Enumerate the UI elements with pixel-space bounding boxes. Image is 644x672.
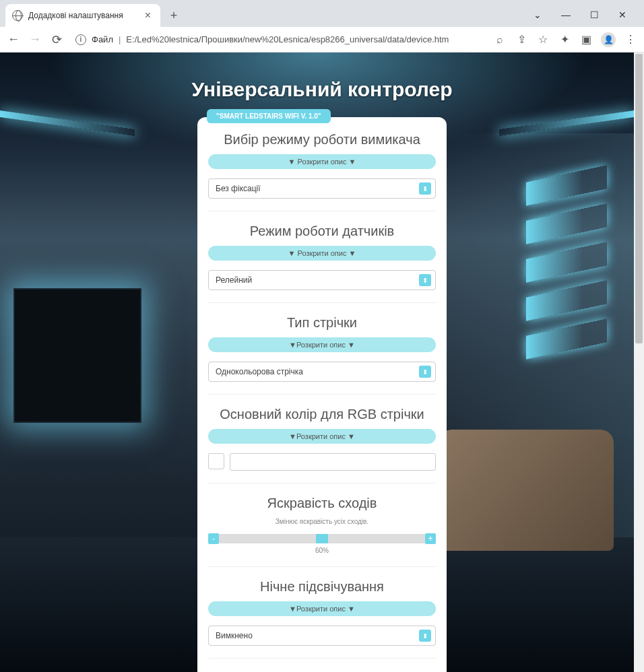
chevron-down-icon[interactable]: ⌄ [529,9,546,20]
menu-icon[interactable]: ⋮ [624,33,637,46]
dropdown-arrow-icon: ⬍ [419,182,431,195]
dropdown-arrow-icon: ⬍ [419,274,431,286]
select-value: Вимкнено [216,631,253,640]
select-value: Однокольорова стрічка [216,367,303,376]
slider-minus-button[interactable]: - [208,533,219,544]
expand-button[interactable]: ▼ Розкрити опис ▼ [208,154,436,169]
dropdown-arrow-icon: ⬍ [419,366,431,378]
section-title: Яскравість сходів [208,496,436,511]
section-title: Режим роботи датчиків [208,224,436,239]
scrollbar-thumb[interactable] [635,54,643,343]
select-value: Релейний [216,275,252,285]
color-swatch[interactable] [208,453,224,469]
back-button[interactable]: ← [7,32,20,46]
section-strip-type: Тип стрічки ▼Розкрити опис ▼ Однокольоро… [208,315,436,395]
scrollbar[interactable] [634,53,644,672]
color-input[interactable] [230,453,436,471]
expand-button[interactable]: ▼ Розкрити опис ▼ [208,246,436,261]
section-switch-mode: Вибір режиму роботи вимикача ▼ Розкрити … [208,132,436,211]
close-window-button[interactable]: ✕ [614,9,631,20]
url-scheme-label: Файл [92,34,113,44]
profile-avatar[interactable]: 👤 [601,32,616,47]
address-bar[interactable]: i Файл | E:/Led%20lestnica/Прошивки/new%… [71,34,485,45]
forward-button[interactable]: → [28,32,42,46]
section-title: Тип стрічки [208,315,436,331]
maximize-button[interactable]: ☐ [586,9,602,20]
bookmark-icon[interactable]: ☆ [536,33,550,46]
section-rgb-color: Основний колір для RGB стрічки ▼Розкрити… [208,407,436,483]
sensor-mode-select[interactable]: Релейний ⬍ [208,270,436,290]
browser-tab[interactable]: Додадкові налаштування × [5,4,160,27]
settings-card: "SMART LEDSTAIRS WIFI V. 1.0" Вибір режи… [197,117,447,672]
section-title: Вибір режиму роботи вимикача [208,132,436,147]
url-text: E:/Led%20lestnica/Прошивки/new%20Lesnica… [126,34,481,44]
section-night-light: Нічне підсвічування ▼Розкрити опис ▼ Вим… [208,579,436,659]
page-viewport: Універсальний контролер "SMART LEDSTAIRS… [0,53,644,672]
night-light-select[interactable]: Вимкнено ⬍ [208,626,436,646]
slider-value: 60% [208,547,436,554]
browser-toolbar: ← → ⟳ i Файл | E:/Led%20lestnica/Прошивк… [0,27,644,53]
info-icon[interactable]: i [75,34,86,45]
minimize-button[interactable]: — [558,9,574,20]
globe-icon [12,10,23,21]
close-tab-icon[interactable]: × [142,9,154,22]
slider-plus-button[interactable]: + [425,533,436,544]
strip-type-select[interactable]: Однокольорова стрічка ⬍ [208,362,436,382]
reload-button[interactable]: ⟳ [50,32,63,47]
brightness-slider[interactable]: - + [208,533,436,544]
share-icon[interactable]: ⇪ [515,33,528,46]
section-sensor-mode: Режим роботи датчиків ▼ Розкрити опис ▼ … [208,224,436,303]
section-brightness: Яскравість сходів Змінює яскравість усіх… [208,496,436,567]
new-tab-button[interactable]: + [164,6,183,25]
expand-button[interactable]: ▼Розкрити опис ▼ [208,337,436,352]
expand-button[interactable]: ▼Розкрити опис ▼ [208,601,436,616]
browser-titlebar: Додадкові налаштування × + ⌄ — ☐ ✕ [0,0,644,27]
section-subtitle: Змінює яскравість усіх сходів. [208,518,436,525]
extensions-icon[interactable]: ✦ [558,33,571,46]
page-title: Універсальний контролер [0,53,644,117]
tab-title: Додадкові налаштування [28,11,137,20]
version-badge: "SMART LEDSTAIRS WIFI V. 1.0" [207,109,331,123]
switch-mode-select[interactable]: Без фіксації ⬍ [208,178,436,199]
sidepanel-icon[interactable]: ▣ [579,33,593,46]
select-value: Без фіксації [216,184,261,193]
section-title: Нічне підсвічування [208,579,436,595]
slider-thumb[interactable] [316,534,328,543]
zoom-icon[interactable]: ⌕ [493,34,507,46]
dropdown-arrow-icon: ⬍ [419,630,431,642]
window-controls: ⌄ — ☐ ✕ [529,9,639,27]
expand-button[interactable]: ▼Розкрити опис ▼ [208,429,436,444]
slider-track[interactable] [219,534,425,543]
section-title: Основний колір для RGB стрічки [208,407,436,422]
